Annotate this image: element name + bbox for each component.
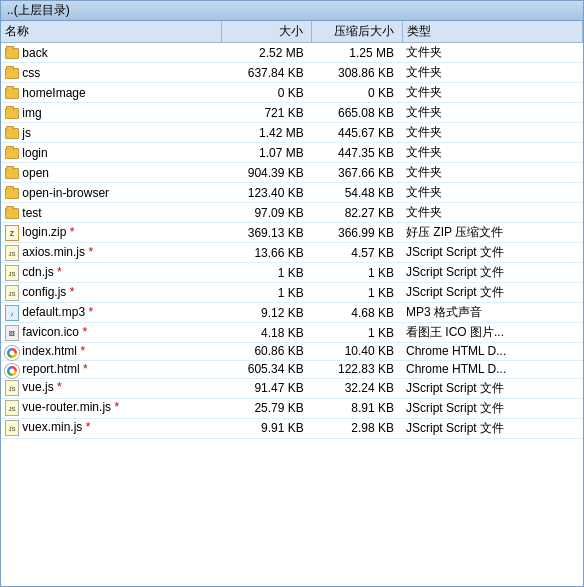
file-name[interactable]: JS cdn.js * (1, 263, 222, 283)
file-compressed: 308.86 KB (312, 63, 402, 83)
table-row[interactable]: Z login.zip * 369.13 KB 366.99 KB 好压 ZIP… (1, 223, 583, 243)
table-row[interactable]: JS vue.js * 91.47 KB 32.24 KB JScript Sc… (1, 378, 583, 398)
table-row[interactable]: js 1.42 MB 445.67 KB 文件夹 (1, 123, 583, 143)
file-name[interactable]: JS axios.min.js * (1, 243, 222, 263)
folder-icon (5, 148, 19, 159)
file-size: 9.12 KB (222, 303, 312, 323)
file-name[interactable]: index.html * (1, 343, 222, 361)
file-name[interactable]: report.html * (1, 360, 222, 378)
file-type: Chrome HTML D... (402, 360, 583, 378)
table-row[interactable]: img 721 KB 665.08 KB 文件夹 (1, 103, 583, 123)
table-row[interactable]: open 904.39 KB 367.66 KB 文件夹 (1, 163, 583, 183)
table-row[interactable]: index.html * 60.86 KB 10.40 KB Chrome HT… (1, 343, 583, 361)
folder-icon (5, 48, 19, 59)
table-row[interactable]: report.html * 605.34 KB 122.83 KB Chrome… (1, 360, 583, 378)
table-row[interactable]: JS config.js * 1 KB 1 KB JScript Script … (1, 283, 583, 303)
col-header-name[interactable]: 名称 (1, 21, 222, 43)
file-compressed: 4.57 KB (312, 243, 402, 263)
file-name[interactable]: test (1, 203, 222, 223)
file-name[interactable]: back (1, 43, 222, 63)
js-icon: JS (5, 380, 19, 396)
file-name[interactable]: ♪ default.mp3 * (1, 303, 222, 323)
file-name[interactable]: JS vuex.min.js * (1, 418, 222, 438)
modified-indicator: * (57, 380, 62, 394)
file-size: 91.47 KB (222, 378, 312, 398)
file-compressed: 4.68 KB (312, 303, 402, 323)
file-table-area[interactable]: 名称 大小 压缩后大小 类型 back 2.52 MB 1.25 MB 文件夹 … (1, 21, 583, 586)
mp3-icon: ♪ (5, 305, 19, 321)
file-compressed: 665.08 KB (312, 103, 402, 123)
file-name[interactable]: JS config.js * (1, 283, 222, 303)
modified-indicator: * (86, 420, 91, 434)
file-size: 1.07 MB (222, 143, 312, 163)
file-type: 文件夹 (402, 123, 583, 143)
modified-indicator: * (88, 245, 93, 259)
modified-indicator: * (83, 362, 88, 376)
file-type: MP3 格式声音 (402, 303, 583, 323)
file-size: 2.52 MB (222, 43, 312, 63)
folder-icon (5, 168, 19, 179)
file-size: 97.09 KB (222, 203, 312, 223)
modified-indicator: * (57, 265, 62, 279)
table-row[interactable]: login 1.07 MB 447.35 KB 文件夹 (1, 143, 583, 163)
table-row[interactable]: open-in-browser 123.40 KB 54.48 KB 文件夹 (1, 183, 583, 203)
col-header-compressed[interactable]: 压缩后大小 (312, 21, 402, 43)
file-size: 605.34 KB (222, 360, 312, 378)
file-name[interactable]: homeImage (1, 83, 222, 103)
table-row[interactable]: homeImage 0 KB 0 KB 文件夹 (1, 83, 583, 103)
file-name[interactable]: 🖼 favicon.ico * (1, 323, 222, 343)
file-name[interactable]: css (1, 63, 222, 83)
file-size: 25.79 KB (222, 398, 312, 418)
table-row[interactable]: css 637.84 KB 308.86 KB 文件夹 (1, 63, 583, 83)
table-row[interactable]: back 2.52 MB 1.25 MB 文件夹 (1, 43, 583, 63)
file-type: 文件夹 (402, 203, 583, 223)
table-row[interactable]: ♪ default.mp3 * 9.12 KB 4.68 KB MP3 格式声音 (1, 303, 583, 323)
modified-indicator: * (70, 285, 75, 299)
col-header-size[interactable]: 大小 (222, 21, 312, 43)
js-icon: JS (5, 285, 19, 301)
file-name[interactable]: open-in-browser (1, 183, 222, 203)
file-compressed: 1 KB (312, 323, 402, 343)
file-size: 9.91 KB (222, 418, 312, 438)
file-size: 123.40 KB (222, 183, 312, 203)
file-name[interactable]: js (1, 123, 222, 143)
file-size: 4.18 KB (222, 323, 312, 343)
file-type: 好压 ZIP 压缩文件 (402, 223, 583, 243)
file-type: 文件夹 (402, 43, 583, 63)
file-type: 文件夹 (402, 63, 583, 83)
table-row[interactable]: 🖼 favicon.ico * 4.18 KB 1 KB 看图王 ICO 图片.… (1, 323, 583, 343)
file-type: 文件夹 (402, 163, 583, 183)
file-name[interactable]: JS vue-router.min.js * (1, 398, 222, 418)
file-type: JScript Script 文件 (402, 378, 583, 398)
file-type: JScript Script 文件 (402, 243, 583, 263)
ico-icon: 🖼 (5, 325, 19, 341)
file-name[interactable]: login (1, 143, 222, 163)
file-compressed: 32.24 KB (312, 378, 402, 398)
file-size: 369.13 KB (222, 223, 312, 243)
file-type: JScript Script 文件 (402, 263, 583, 283)
file-compressed: 2.98 KB (312, 418, 402, 438)
modified-indicator: * (88, 305, 93, 319)
folder-icon (5, 68, 19, 79)
table-row[interactable]: JS cdn.js * 1 KB 1 KB JScript Script 文件 (1, 263, 583, 283)
js-icon: JS (5, 420, 19, 436)
table-row[interactable]: test 97.09 KB 82.27 KB 文件夹 (1, 203, 583, 223)
table-row[interactable]: JS vuex.min.js * 9.91 KB 2.98 KB JScript… (1, 418, 583, 438)
col-header-type[interactable]: 类型 (402, 21, 583, 43)
folder-icon (5, 208, 19, 219)
table-row[interactable]: JS axios.min.js * 13.66 KB 4.57 KB JScri… (1, 243, 583, 263)
folder-icon (5, 108, 19, 119)
file-name[interactable]: Z login.zip * (1, 223, 222, 243)
file-compressed: 82.27 KB (312, 203, 402, 223)
modified-indicator: * (114, 400, 119, 414)
zip-icon: Z (5, 225, 19, 241)
file-type: 文件夹 (402, 103, 583, 123)
file-name[interactable]: img (1, 103, 222, 123)
file-name[interactable]: JS vue.js * (1, 378, 222, 398)
table-row[interactable]: JS vue-router.min.js * 25.79 KB 8.91 KB … (1, 398, 583, 418)
file-name[interactable]: open (1, 163, 222, 183)
file-manager: ..(上层目录) 名称 大小 压缩后大小 类型 back 2.52 MB 1.2… (0, 0, 584, 587)
file-compressed: 8.91 KB (312, 398, 402, 418)
file-size: 904.39 KB (222, 163, 312, 183)
js-icon: JS (5, 265, 19, 281)
